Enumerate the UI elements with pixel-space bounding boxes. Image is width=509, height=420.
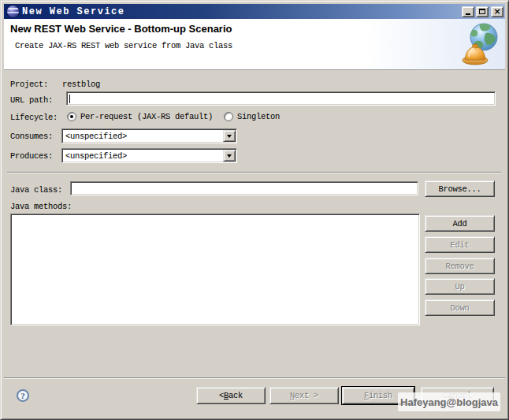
minimize-icon (466, 13, 470, 15)
consumes-dropdown-button[interactable] (223, 130, 236, 142)
chevron-down-icon (227, 135, 232, 138)
next-label-suffix: ext > (295, 391, 318, 400)
produces-select[interactable]: <unspecified> (61, 148, 237, 163)
project-value: restblog (62, 80, 100, 89)
url-path-input[interactable] (66, 91, 496, 106)
edit-button: Edit (425, 236, 495, 253)
consumes-select[interactable]: <unspecified> (61, 128, 237, 143)
java-methods-label: Java methods: (10, 202, 72, 211)
consumes-value: <unspecified> (65, 132, 127, 141)
web-service-icon (462, 22, 498, 66)
produces-label: Produces: (10, 151, 53, 161)
java-class-input[interactable] (70, 181, 418, 195)
wizard-banner: New REST Web Service - Bottom-up Scenari… (4, 19, 505, 70)
back-button[interactable]: < Back (196, 387, 266, 404)
watermark: Hafeyang@blogjava (398, 392, 500, 411)
help-icon: ? (20, 391, 25, 400)
close-icon: × (493, 8, 500, 16)
page-title: New REST Web Service - Bottom-up Scenari… (10, 23, 232, 35)
finish-label-suffix: inish (369, 391, 392, 400)
next-button: Next > (269, 387, 339, 404)
chevron-down-icon (227, 154, 232, 158)
titlebar[interactable]: New Web Service × (4, 4, 505, 19)
text-caret (69, 95, 70, 103)
browse-button[interactable]: Browse... (425, 180, 495, 197)
produces-dropdown-button[interactable] (223, 150, 236, 162)
separator (7, 172, 501, 173)
java-methods-list[interactable] (10, 214, 420, 325)
close-button[interactable]: × (491, 6, 503, 17)
add-button[interactable]: Add (425, 215, 495, 232)
up-button: Up (425, 278, 495, 295)
new-web-service-dialog: New Web Service × New REST Web Service -… (0, 0, 509, 420)
maximize-icon (479, 9, 485, 14)
lifecycle-label: Lifecycle: (10, 113, 58, 122)
produces-value: <unspecified> (65, 151, 127, 161)
radio-singleton[interactable] (224, 112, 233, 121)
help-button[interactable]: ? (17, 389, 29, 402)
minimize-button[interactable] (462, 6, 474, 17)
down-button: Down (425, 299, 495, 316)
java-class-label: Java class: (10, 185, 62, 195)
back-label-suffix: ack (228, 391, 243, 400)
project-label: Project: (10, 80, 48, 89)
radio-per-request[interactable] (67, 112, 76, 121)
maximize-button[interactable] (476, 6, 489, 17)
separator (4, 377, 505, 379)
remove-button: Remove (425, 258, 495, 274)
consumes-label: Consumes: (10, 132, 53, 141)
window-title: New Web Service (22, 6, 460, 17)
eclipse-app-icon (7, 6, 19, 17)
radio-per-request-label: Per-request (JAX-RS default) (80, 112, 213, 121)
page-description: Create JAX-RS REST web service from Java… (15, 41, 232, 50)
url-path-label: URL path: (10, 95, 53, 105)
radio-singleton-label: Singleton (237, 112, 280, 121)
